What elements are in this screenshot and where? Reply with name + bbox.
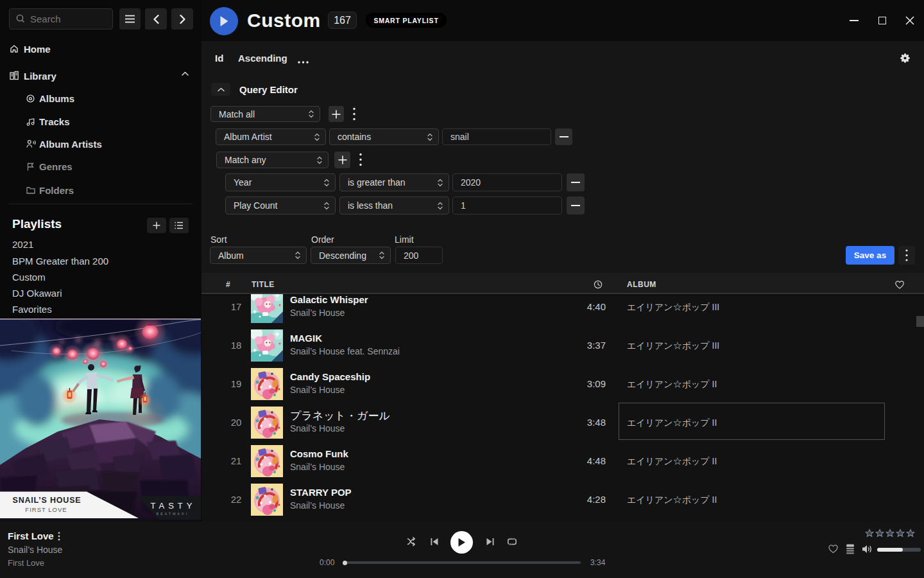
- svg-text:FIRST LOVE: FIRST LOVE: [25, 506, 67, 513]
- svg-text:SNAIL’S HOUSE: SNAIL’S HOUSE: [13, 496, 81, 505]
- svg-text:TASTY: TASTY: [151, 501, 196, 511]
- svg-text:BEATMAXI: BEATMAXI: [157, 512, 189, 516]
